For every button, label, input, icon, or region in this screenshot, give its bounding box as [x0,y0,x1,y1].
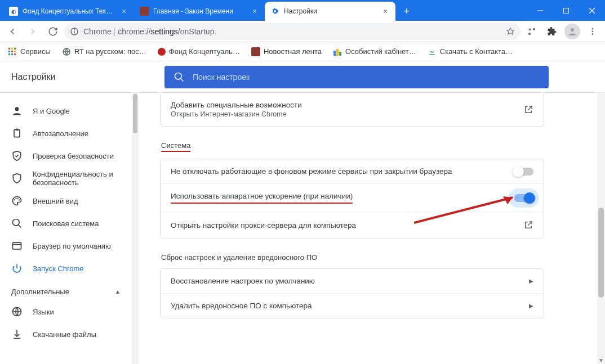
sidebar-item-download[interactable]: Скачанные файлы [0,323,132,345]
profile-avatar[interactable] [563,23,581,41]
row-label: Не отключать работающие в фоновом режиме… [171,167,452,176]
scrollbar-thumb[interactable] [598,208,604,298]
palette-icon [11,195,23,206]
sidebar-item-shield[interactable]: Конфиденциальность и безопасность [0,167,132,190]
sidebar-item-palette[interactable]: Внешний вид [0,190,132,212]
reset-row-cleanup[interactable]: Удалить вредоносное ПО с компьютера ▶ [161,293,544,318]
close-icon[interactable]: × [250,7,259,16]
scroll-down-icon[interactable]: ▼ [597,356,605,364]
sidebar-item-label: Запуск Chrome [33,264,84,273]
sidebar-item-label: Внешний вид [33,197,78,205]
new-tab-button[interactable]: + [399,3,415,19]
browser-menu-button[interactable] [584,23,602,41]
bookmark-label: Сервисы [20,47,51,56]
bookmark-item[interactable]: Новостная лента [247,45,326,59]
toggle-background-services[interactable] [514,168,533,176]
bookmark-item[interactable]: Особистий кабінет… [328,45,421,59]
search-input[interactable] [193,73,540,82]
person-icon [11,105,23,116]
system-row-proxy[interactable]: Открыть настройки прокси-сервера для ком… [161,212,544,238]
system-row-hardware-accel[interactable]: Использовать аппаратное ускорение (при н… [161,183,544,212]
row-label: Открыть настройки прокси-сервера для ком… [171,221,356,230]
bookmark-item[interactable]: Скачать с Контакта… [423,45,517,59]
tab-title: Фонд Концептуальных Техноло [23,7,115,15]
settings-search[interactable] [164,66,549,88]
browser-tab-1[interactable]: Главная - Закон Времени × [134,2,265,21]
reload-button[interactable] [44,23,62,41]
system-row-background-services[interactable]: Не отключать работающие в фоновом режиме… [161,159,544,183]
row-subtitle: Открыть Интернет-магазин Chrome [171,110,302,118]
svg-rect-20 [8,53,10,55]
bookmark-apps[interactable]: Сервисы [3,45,55,59]
svg-rect-31 [16,129,19,131]
svg-point-27 [175,73,182,79]
svg-rect-15 [11,48,13,50]
settings-header: Настройки [0,61,605,93]
bookmark-item[interactable]: Фонд Концептуаль… [153,45,244,58]
extensions-puzzle-icon[interactable] [543,23,561,41]
sidebar-item-shield-check[interactable]: Проверка безопасности [0,145,132,167]
close-window-button[interactable] [579,0,605,21]
row-title: Добавить специальные возможности [171,101,302,109]
svg-rect-25 [336,49,339,56]
svg-point-10 [571,28,574,32]
sidebar-advanced-toggle[interactable]: Дополнительные▲ [0,280,132,300]
maximize-button[interactable] [553,0,579,21]
svg-rect-18 [11,51,13,52]
site-info-icon[interactable] [70,27,79,36]
search-icon [11,218,23,229]
sidebar-item-browser[interactable]: Браузер по умолчанию [0,235,132,257]
close-icon[interactable]: × [119,7,128,16]
globe-icon [11,306,23,317]
toggle-hardware-accel[interactable] [514,194,533,202]
settings-sidebar: Я и GoogleАвтозаполнениеПроверка безопас… [0,93,132,364]
window-titlebar: ◐ Фонд Концептуальных Техноло × Главная … [0,0,605,21]
address-bar[interactable]: Chrome | chrome://settings/onStartup [64,23,521,40]
bookmark-label: Скачать с Контакта… [440,47,513,56]
svg-point-35 [19,199,20,200]
reset-row-restore[interactable]: Восстановление настроек по умолчанию ▶ [161,269,544,293]
sidebar-item-label: Конфиденциальность и безопасность [33,170,121,187]
browser-tab-2[interactable]: Настройки × [265,2,395,21]
accessibility-row[interactable]: Добавить специальные возможности Открыть… [161,93,544,126]
extension-icon[interactable] [523,23,541,41]
browser-tab-0[interactable]: ◐ Фонд Концептуальных Техноло × [3,2,134,21]
chevron-right-icon: ▶ [529,278,533,284]
svg-point-12 [592,30,594,32]
tab-title: Настройки [284,7,376,15]
svg-line-28 [181,78,184,81]
external-link-icon [523,220,533,230]
svg-point-7 [528,33,531,35]
bookmark-bar: Сервисы RT на русском: пос… Фонд Концепт… [0,42,605,61]
reset-card: Восстановление настроек по умолчанию ▶ У… [160,268,544,318]
bookmark-label: Новостная лента [264,47,322,56]
bookmark-item[interactable]: RT на русском: пос… [57,45,151,59]
svg-point-8 [533,28,535,30]
forward-button[interactable] [24,23,42,41]
sidebar-item-clipboard[interactable]: Автозаполнение [0,122,132,145]
search-icon [174,71,185,83]
page-title: Настройки [0,72,143,82]
sidebar-item-label: Браузер по умолчанию [33,242,111,250]
settings-content: Добавить специальные возможности Открыть… [139,93,605,364]
browser-toolbar: Chrome | chrome://settings/onStartup [0,21,605,42]
bookmark-star-icon[interactable] [506,27,515,36]
sidebar-item-globe[interactable]: Языки [0,300,132,323]
power-icon [11,263,23,274]
system-section-label: Система [161,141,190,152]
sidebar-scrollbar[interactable] [132,93,139,364]
apps-grid-icon [8,47,17,56]
sidebar-item-label: Поисковая система [33,219,99,228]
sidebar-item-label: Я и Google [33,107,70,115]
minimize-button[interactable] [527,0,553,21]
sidebar-item-power[interactable]: Запуск Chrome [0,257,132,280]
tab-favicon [140,7,149,16]
content-scrollbar[interactable]: ▲ ▼ [597,93,605,364]
square-icon [251,47,260,56]
sidebar-item-search[interactable]: Поисковая система [0,212,132,235]
sidebar-item-person[interactable]: Я и Google [0,100,132,122]
address-text: Chrome | chrome://settings/onStartup [83,27,501,36]
dot-icon [158,48,166,56]
close-icon[interactable]: × [381,7,390,16]
back-button[interactable] [3,23,21,41]
